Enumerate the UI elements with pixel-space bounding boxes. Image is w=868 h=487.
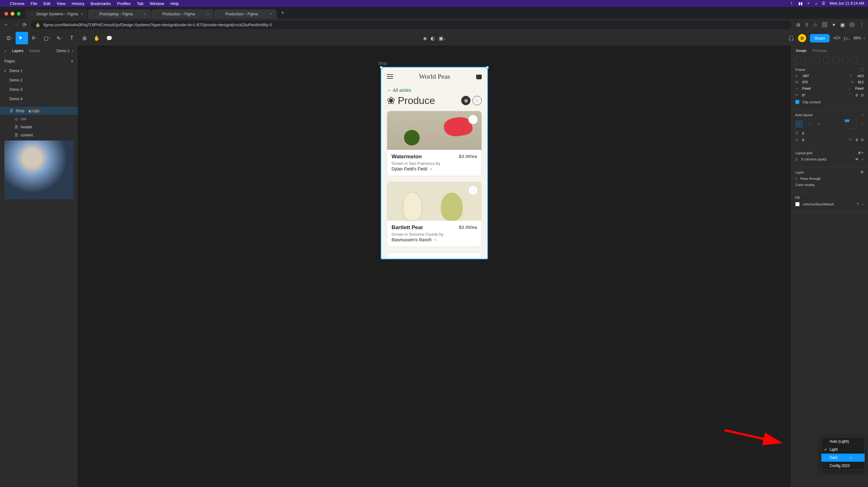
hsizing-select[interactable]: Fixed [802, 87, 811, 90]
extensions-icon[interactable]: ✦ [832, 22, 836, 28]
browser-tab[interactable]: Production – Figma × [151, 9, 214, 19]
battery-icon[interactable]: ▮▮ [798, 1, 803, 6]
frame-label[interactable]: Frame [795, 68, 805, 71]
audio-icon[interactable]: 🎧 [788, 35, 794, 41]
address-bar[interactable]: 🔒 figma.com/file/io4m0PsqTOlPHlCmocdUjo/… [31, 21, 792, 29]
grid-settings-icon[interactable]: ⊞ [858, 151, 861, 155]
search-icon[interactable]: ⌕ [4, 49, 6, 53]
page-item[interactable]: Demo 3 [0, 85, 78, 94]
resize-handle[interactable] [380, 66, 382, 69]
padding-h-input[interactable]: 0 [802, 138, 804, 142]
close-tab-icon[interactable]: × [270, 12, 272, 16]
align-top-icon[interactable] [823, 57, 830, 63]
menu-icon[interactable]: ⋮ [859, 22, 864, 28]
align-right-icon[interactable] [814, 57, 820, 63]
move-tool[interactable]: ▾ [16, 32, 28, 44]
component-icon[interactable]: ◈ [423, 35, 427, 41]
align-bottom-icon[interactable] [842, 57, 848, 63]
gap-input[interactable]: 0 [802, 131, 804, 135]
moon-icon[interactable]: ☾ [790, 1, 794, 6]
align-hcenter-icon[interactable] [805, 57, 811, 63]
radius-input[interactable]: 0 [856, 93, 858, 97]
present-button[interactable]: ▷▾ [844, 35, 850, 41]
add-grid-button[interactable]: + [862, 151, 864, 155]
resources-tool[interactable]: ⊞ [78, 32, 91, 44]
layers-tab[interactable]: Layers [12, 49, 23, 53]
dropdown-option-config[interactable]: Config 2023 [822, 462, 865, 470]
extension-icon[interactable] [822, 22, 828, 28]
dropdown-option-auto[interactable]: Auto (Light) [822, 437, 865, 446]
resize-fit-icon[interactable]: ⛶ [860, 68, 864, 71]
fill-swatch[interactable] [795, 202, 800, 206]
dev-mode-icon[interactable]: </> [833, 35, 840, 41]
align-left-icon[interactable] [795, 57, 802, 63]
zoom-level[interactable]: 88%▾ [854, 36, 865, 40]
dropdown-option-light[interactable]: Light [822, 446, 865, 454]
distribute-icon[interactable] [851, 57, 858, 63]
padding-v-input[interactable]: 0 [856, 138, 858, 142]
menu-bookmarks[interactable]: Bookmarks [91, 1, 111, 6]
menu-help[interactable]: Help [170, 1, 179, 6]
boolean-icon[interactable]: ▣▾ [439, 35, 445, 41]
comment-tool[interactable]: 💬 [103, 32, 116, 44]
layer-nav[interactable]: ◇ nav [0, 115, 78, 123]
page-selector[interactable]: Demo 1▾ [57, 49, 73, 53]
control-center-icon[interactable]: ☰ [822, 1, 825, 6]
user-avatar[interactable]: D [798, 34, 806, 42]
grid-value[interactable]: 3 columns (auto) [801, 157, 827, 161]
blend-mode[interactable]: Pass through [801, 177, 821, 181]
main-menu-button[interactable]: ☰▾ [3, 32, 16, 44]
profile-avatar[interactable] [849, 22, 855, 28]
page-item[interactable]: Demo 1 [0, 66, 78, 75]
vsizing-select[interactable]: Fixed [855, 87, 864, 90]
wifi-icon[interactable]: ᯤ [807, 1, 811, 6]
x-input[interactable]: -597 [802, 74, 809, 78]
direction-wrap-icon[interactable]: ↩ [815, 120, 823, 128]
canvas[interactable]: Shop World Peas ← All aisles ❀ Produce ▦… [78, 45, 790, 487]
direction-vertical-icon[interactable]: ↓ [795, 120, 803, 128]
close-tab-icon[interactable]: × [144, 12, 146, 16]
layer-content[interactable]: ☰ content [0, 131, 78, 139]
mask-icon[interactable]: ◐ [431, 35, 435, 41]
direction-horizontal-icon[interactable]: → [805, 120, 813, 128]
close-tab-icon[interactable]: × [81, 12, 83, 16]
add-page-button[interactable]: + [71, 59, 73, 64]
bookmark-icon[interactable]: ☆ [813, 22, 817, 28]
app-name[interactable]: Chrome [10, 1, 24, 6]
pen-tool[interactable]: ✎▾ [53, 32, 66, 44]
browser-tab[interactable]: Production – Figma × [214, 9, 277, 19]
menu-profiles[interactable]: Profiles [117, 1, 130, 6]
menu-window[interactable]: Window [150, 1, 164, 6]
selected-frame[interactable]: World Peas ← All aisles ❀ Produce ▦ ☰ ♡ [381, 67, 487, 259]
assets-tab[interactable]: Assets [29, 49, 40, 53]
dropdown-option-dark[interactable]: Dark [822, 454, 865, 462]
close-window-button[interactable] [4, 12, 8, 15]
share-icon[interactable]: ⇧ [805, 22, 809, 28]
zoom-indicator-icon[interactable]: ⊖ [796, 22, 800, 28]
clip-checkbox[interactable]: ✓ [795, 100, 799, 104]
h-input[interactable]: 812 [858, 80, 864, 84]
minimize-window-button[interactable] [11, 12, 14, 15]
rotation-input[interactable]: 0° [802, 93, 806, 97]
alignment-grid[interactable] [845, 119, 857, 129]
menu-view[interactable]: View [57, 1, 66, 6]
layer-header[interactable]: ☰ header [0, 123, 78, 131]
forward-button[interactable]: → [13, 22, 18, 28]
shape-tool[interactable]: ▢▾ [40, 32, 53, 44]
prototype-tab[interactable]: Prototype [812, 49, 827, 53]
menu-edit[interactable]: Edit [43, 1, 50, 6]
search-icon[interactable]: ⌕ [815, 1, 817, 6]
align-vcenter-icon[interactable] [833, 57, 839, 63]
frame-tool[interactable]: #▾ [28, 32, 40, 44]
frame-label[interactable]: Shop [378, 61, 387, 66]
clock[interactable]: Wed Jun 21 9:14 AM [830, 1, 864, 6]
hand-tool[interactable]: ✋ [91, 32, 103, 44]
new-tab-button[interactable]: + [277, 7, 288, 19]
text-tool[interactable]: T [66, 32, 78, 44]
remove-autolayout-button[interactable]: − [862, 113, 864, 117]
close-tab-icon[interactable]: × [207, 12, 209, 16]
y-input[interactable]: -413 [857, 74, 864, 78]
menu-history[interactable]: History [72, 1, 84, 6]
more-options-icon[interactable]: ⋯ [860, 122, 864, 126]
layer-settings-icon[interactable]: ⚙ [861, 170, 864, 174]
